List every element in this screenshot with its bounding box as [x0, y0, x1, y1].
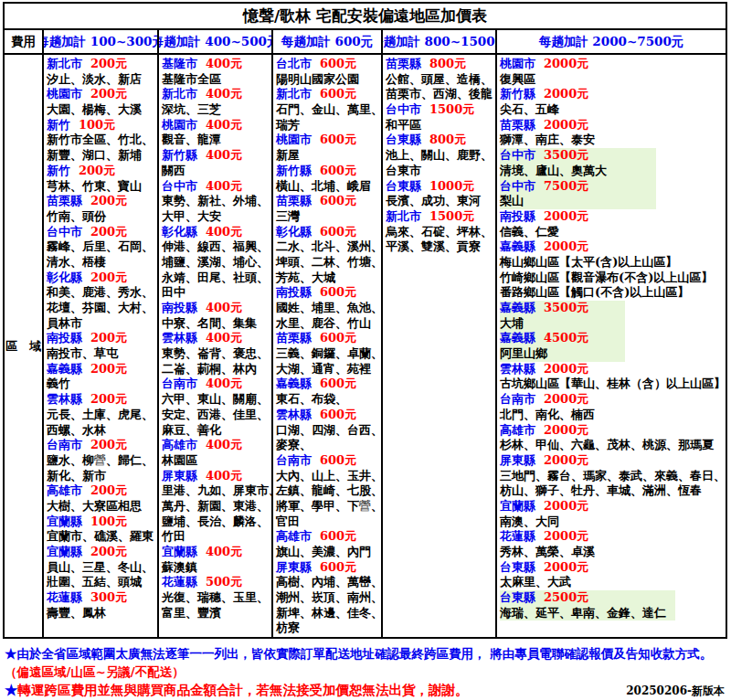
column-2000-7500: 桃園市2000元復興區新竹縣2000元尖石、五峰苗栗縣2000元獅潭、南庄、泰安… [495, 55, 726, 637]
region-name: 花蓮縣 [500, 529, 535, 543]
area-line: 田中 [162, 285, 271, 301]
region-name: 台東縣 [386, 179, 421, 193]
area-line: 壯圍、五結、頭城 [47, 575, 157, 590]
region-name: 宜蘭縣 [162, 545, 197, 558]
region-name: 宜蘭縣 [47, 545, 82, 558]
region-name: 台南市 [500, 392, 535, 406]
region-name: 台中市 [162, 179, 197, 193]
column-600: 台北市600元陽明山國家公園新北市600元石門、金山、萬里、瑞芳桃園市600元新… [271, 55, 381, 637]
area-line: 番路鄉山區【觸口(不含)以上山區】 [500, 285, 726, 301]
region-name: 新北市 [276, 87, 312, 101]
region-name: 南投縣 [276, 285, 312, 299]
price-value: 600元 [320, 560, 356, 574]
price-value: 800元 [429, 133, 466, 146]
region-name: 台東縣 [500, 560, 535, 574]
region-name: 屏東縣 [500, 453, 535, 467]
region-price-line: 桃園市200元 [47, 87, 157, 102]
price-value: 200元 [90, 87, 127, 101]
area-line: 竹田 [162, 529, 271, 545]
area-line: 鹽水、柳營、歸仁、 [47, 453, 157, 469]
region-price-line: 花蓮縣300元 [47, 590, 157, 606]
area-line: 烏來、石碇、坪林、 [386, 225, 495, 240]
area-line: 復興區 [500, 72, 726, 88]
price-value: 200元 [90, 392, 127, 406]
area-line: 林園區 [162, 453, 271, 469]
region-price-line: 新竹100元 [47, 118, 157, 133]
area-line: 新埤、林邊、佳冬、 [276, 606, 381, 621]
price-value: 400元 [206, 57, 242, 70]
region-price-line: 台中市200元 [47, 225, 157, 240]
region-price-line: 花蓮縣2000元 [500, 529, 726, 545]
region-price-line: 新竹縣2000元 [500, 87, 726, 102]
region-name: 台北市 [276, 57, 312, 70]
region-price-line: 台南市400元 [162, 377, 271, 392]
area-line: 阿里山鄉 [500, 346, 625, 362]
price-value: 600元 [320, 408, 356, 421]
region-price-line: 台中市3500元 [500, 148, 656, 164]
price-value: 200元 [90, 483, 127, 497]
region-name: 高雄市 [47, 483, 82, 497]
area-line: 新化、新市 [47, 469, 157, 484]
area-line: 伸港、線西、福興、 [162, 239, 271, 255]
price-value: 300元 [90, 590, 127, 604]
price-value: 200元 [90, 270, 127, 284]
fee-label-cell: 費用 [5, 30, 42, 53]
region-price-line: 嘉義縣200元 [47, 362, 157, 377]
area-line: 新竹市全區、竹北、 [47, 133, 157, 148]
region-price-line: 嘉義縣4500元 [500, 331, 625, 346]
region-price-line: 宜蘭縣100元 [47, 514, 157, 530]
region-name: 台南市 [47, 438, 82, 451]
area-line: 杉林、甲仙、六龜、茂林、桃源、那瑪夏 [500, 438, 726, 453]
region-name: 台中市 [500, 148, 535, 162]
area-line: 大埔 [500, 316, 625, 332]
region-name: 雲林縣 [500, 362, 535, 376]
region-price-line: 苗栗縣2000元 [500, 118, 726, 133]
footnotes: ★由於全省區域範圍太廣無法逐筆一一列出，皆依實際訂單配送地址確認最終跨區費用， … [3, 639, 728, 699]
area-line: 竹南、頭份 [47, 209, 157, 225]
price-value: 200元 [90, 331, 127, 345]
area-line: 義竹 [47, 377, 157, 392]
region-price-line: 彰化縣600元 [276, 225, 381, 240]
region-price-line: 台中市400元 [162, 179, 271, 195]
region-price-line: 新竹縣600元 [276, 164, 381, 179]
region-name: 台南市 [162, 377, 197, 390]
area-line: 大樹、大寮區相思 [47, 499, 157, 514]
region-price-line: 台北市600元 [276, 57, 381, 72]
price-value: 2000元 [544, 560, 588, 574]
region-price-line: 桃園市600元 [276, 133, 381, 148]
price-value: 4500元 [544, 331, 588, 345]
region-price-line: 宜蘭縣200元 [47, 545, 157, 560]
price-value: 400元 [206, 469, 242, 483]
region-name: 桃園市 [162, 118, 197, 132]
area-line: 觀音、龍潭 [162, 133, 271, 148]
area-line: 東勢、新社、外埔、 [162, 194, 271, 209]
region-name: 宜蘭縣 [500, 499, 535, 513]
area-line: 枋寮 [276, 620, 381, 636]
table-body-row: 區 域 新北市200元汐止、淡水、新店桃園市200元大園、楊梅、大溪新竹100元… [5, 55, 726, 637]
region-price-line: 苗栗縣600元 [276, 331, 381, 346]
price-value: 2000元 [544, 499, 588, 513]
price-value: 200元 [90, 362, 127, 376]
area-line: 花壇、芬園、大村、 [47, 301, 157, 316]
region-name: 苗栗縣 [386, 57, 421, 70]
price-value: 3500元 [544, 148, 588, 162]
area-line: 旗山、美濃、內門 [276, 545, 381, 560]
region-price-line: 宜蘭縣2000元 [500, 499, 726, 514]
price-value: 600元 [320, 164, 356, 177]
price-value: 400元 [206, 331, 242, 345]
price-value: 2000元 [544, 392, 588, 406]
region-price-line: 雲林縣200元 [47, 392, 157, 408]
area-line: 三地門、霧台、瑪家、泰武、來義、春日、 [500, 469, 726, 484]
region-price-line: 南投縣400元 [162, 301, 271, 316]
area-line: 和美、鹿港、秀水、 [47, 285, 157, 301]
region-name: 花蓮縣 [162, 575, 197, 589]
area-line: 永靖、田尾、社頭、 [162, 270, 271, 286]
area-line: 汐止、淡水、新店 [47, 72, 157, 88]
area-line: 北門、南化、楠西 [500, 408, 726, 423]
area-line: 橫山、北埔、峨眉 [276, 179, 381, 195]
region-price-line: 彰化縣200元 [47, 270, 157, 286]
price-value: 2500元 [544, 590, 588, 604]
price-value: 200元 [90, 225, 127, 239]
area-line: 水里、鹿谷、竹山 [276, 316, 381, 332]
region-price-line: 新北市200元 [47, 57, 157, 72]
